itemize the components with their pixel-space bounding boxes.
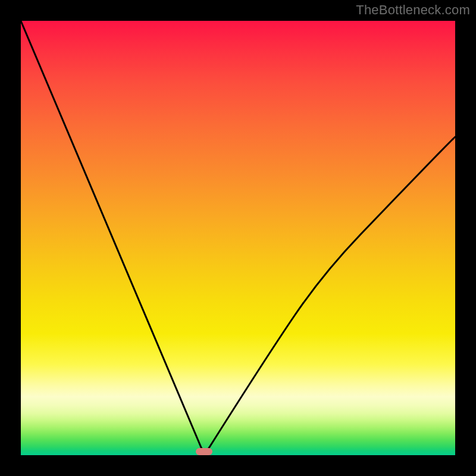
bottleneck-curve-path: [21, 21, 455, 451]
plot-area: [21, 21, 455, 455]
optimal-point-marker: [196, 448, 212, 455]
curve-layer: [21, 21, 455, 455]
watermark-text: TheBottleneck.com: [356, 2, 470, 18]
